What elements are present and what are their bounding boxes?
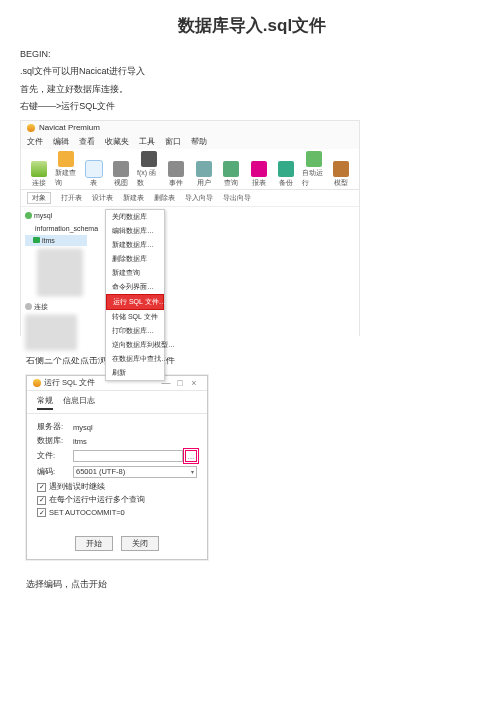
tree-db-info-schema[interactable]: information_schema bbox=[25, 223, 87, 234]
file-input[interactable] bbox=[73, 450, 183, 462]
menu-item[interactable]: 文件 bbox=[27, 136, 43, 147]
checkbox[interactable]: ✓ bbox=[37, 496, 46, 505]
toolbar-label: 模型 bbox=[334, 178, 348, 188]
context-menu-item[interactable]: 运行 SQL 文件… bbox=[106, 294, 164, 310]
start-button[interactable]: 开始 bbox=[75, 536, 113, 551]
navicat-titlebar: Navicat Premium bbox=[21, 121, 359, 134]
toolbar-表[interactable]: 表 bbox=[82, 161, 106, 188]
toolbar-label: 备份 bbox=[279, 178, 293, 188]
context-menu-item[interactable]: 在数据库中查找… bbox=[106, 352, 164, 366]
toolbar-label: 用户 bbox=[197, 178, 211, 188]
toolbar-f(x) 函数[interactable]: f(x) 函数 bbox=[137, 151, 161, 188]
menu-item[interactable]: 编辑 bbox=[53, 136, 69, 147]
tabstrip-item[interactable]: 打开表 bbox=[61, 193, 82, 203]
tree-blur-area-2 bbox=[25, 315, 77, 351]
toolbar-查询[interactable]: 查询 bbox=[220, 161, 244, 188]
context-menu-item[interactable]: 新建查询 bbox=[106, 266, 164, 280]
page-title: 数据库导入.sql文件 bbox=[0, 0, 504, 47]
checkbox-row: ✓SET AUTOCOMMIT=0 bbox=[37, 508, 197, 517]
connection-icon bbox=[25, 212, 32, 219]
navicat-body: mysql information_schema itms 连接 bbox=[21, 207, 359, 357]
toolbar-label: 连接 bbox=[32, 178, 46, 188]
checkbox-label: 遇到错误时继续 bbox=[49, 482, 105, 492]
context-menu-item[interactable]: 刷新 bbox=[106, 366, 164, 380]
context-menu-item[interactable]: 编辑数据库… bbox=[106, 224, 164, 238]
tab-general[interactable]: 常规 bbox=[37, 395, 53, 410]
context-menu-item[interactable]: 转储 SQL 文件 bbox=[106, 310, 164, 324]
toolbar-icon bbox=[168, 161, 184, 177]
toolbar-icon bbox=[31, 161, 47, 177]
dialog-app-icon bbox=[33, 379, 41, 387]
context-menu-item[interactable]: 关闭数据库 bbox=[106, 210, 164, 224]
menu-item[interactable]: 查看 bbox=[79, 136, 95, 147]
menu-item[interactable]: 工具 bbox=[139, 136, 155, 147]
close-button[interactable]: 关闭 bbox=[121, 536, 159, 551]
context-menu-item[interactable]: 删除数据库 bbox=[106, 252, 164, 266]
browse-button[interactable]: … bbox=[185, 450, 197, 462]
encoding-select[interactable]: 65001 (UTF-8) ▾ bbox=[73, 466, 197, 478]
toolbar-icon bbox=[278, 161, 294, 177]
tree-connection-2[interactable]: 连接 bbox=[25, 301, 87, 312]
tabstrip-item[interactable]: 新建表 bbox=[123, 193, 144, 203]
toolbar-label: 自动运行 bbox=[302, 168, 326, 188]
menu-item[interactable]: 帮助 bbox=[191, 136, 207, 147]
tree-db-itms[interactable]: itms bbox=[25, 235, 87, 246]
context-menu-item[interactable]: 命令列界面… bbox=[106, 280, 164, 294]
checkbox-row: ✓在每个运行中运行多个查询 bbox=[37, 495, 197, 505]
toolbar-label: 报表 bbox=[252, 178, 266, 188]
toolbar-模型[interactable]: 模型 bbox=[330, 161, 354, 188]
toolbar-label: 事件 bbox=[169, 178, 183, 188]
checkbox[interactable]: ✓ bbox=[37, 483, 46, 492]
dialog-title: 运行 SQL 文件 bbox=[44, 378, 95, 388]
toolbar-备份[interactable]: 备份 bbox=[275, 161, 299, 188]
row-file: 文件: … bbox=[37, 450, 197, 462]
tree-connection[interactable]: mysql bbox=[25, 210, 87, 221]
toolbar-icon bbox=[223, 161, 239, 177]
dialog-footer: 开始 关闭 bbox=[27, 526, 207, 559]
maximize-icon[interactable]: □ bbox=[173, 378, 187, 388]
toolbar-icon bbox=[113, 161, 129, 177]
toolbar-新建查询[interactable]: 新建查询 bbox=[55, 151, 79, 188]
final-text: 选择编码，点击开始 bbox=[26, 578, 484, 591]
navicat-window-title: Navicat Premium bbox=[39, 123, 100, 132]
label-server: 服务器: bbox=[37, 422, 73, 432]
toolbar-事件[interactable]: 事件 bbox=[165, 161, 189, 188]
toolbar-icon bbox=[251, 161, 267, 177]
toolbar-label: 查询 bbox=[224, 178, 238, 188]
tabstrip-item[interactable]: 导出向导 bbox=[223, 193, 251, 203]
tabstrip-item[interactable]: 删除表 bbox=[154, 193, 175, 203]
label-file: 文件: bbox=[37, 451, 73, 461]
navicat-tabstrip: 对象打开表设计表新建表删除表导入向导导出向导 bbox=[21, 190, 359, 207]
conn-name-2: 连接 bbox=[34, 301, 48, 312]
context-menu-item[interactable]: 新建数据库… bbox=[106, 238, 164, 252]
value-server: mysql bbox=[73, 423, 197, 432]
toolbar-自动运行[interactable]: 自动运行 bbox=[302, 151, 326, 188]
checkbox-label: SET AUTOCOMMIT=0 bbox=[49, 508, 125, 517]
context-menu-item[interactable]: 打印数据库… bbox=[106, 324, 164, 338]
close-icon[interactable]: × bbox=[187, 378, 201, 388]
run-sql-dialog: 运行 SQL 文件 — □ × 常规 信息日志 服务器: mysql 数据库: … bbox=[26, 375, 208, 560]
toolbar-icon bbox=[86, 161, 102, 177]
tab-log[interactable]: 信息日志 bbox=[63, 395, 95, 410]
toolbar-视图[interactable]: 视图 bbox=[110, 161, 134, 188]
context-menu-item[interactable]: 逆向数据库到模型… bbox=[106, 338, 164, 352]
menu-item[interactable]: 收藏夹 bbox=[105, 136, 129, 147]
tab-objects[interactable]: 对象 bbox=[27, 192, 51, 204]
tree-blur-area bbox=[37, 249, 83, 297]
toolbar-label: 视图 bbox=[114, 178, 128, 188]
toolbar-报表[interactable]: 报表 bbox=[247, 161, 271, 188]
tabstrip-item[interactable]: 设计表 bbox=[92, 193, 113, 203]
toolbar-连接[interactable]: 连接 bbox=[27, 161, 51, 188]
paragraph-begin: BEGIN: bbox=[20, 47, 484, 62]
database-icon bbox=[33, 237, 40, 243]
navicat-window: Navicat Premium 文件编辑查看收藏夹工具窗口帮助 连接新建查询表视… bbox=[20, 120, 360, 336]
menu-item[interactable]: 窗口 bbox=[165, 136, 181, 147]
checkbox[interactable]: ✓ bbox=[37, 508, 46, 517]
value-database: itms bbox=[73, 437, 197, 446]
paragraph-intro: .sql文件可以用Nacicat进行导入 bbox=[20, 64, 484, 79]
conn-name: mysql bbox=[34, 210, 52, 221]
toolbar-用户[interactable]: 用户 bbox=[192, 161, 216, 188]
tabstrip-item[interactable]: 导入向导 bbox=[185, 193, 213, 203]
navicat-toolbar: 连接新建查询表视图f(x) 函数事件用户查询报表备份自动运行模型 bbox=[21, 149, 359, 190]
toolbar-icon bbox=[141, 151, 157, 167]
